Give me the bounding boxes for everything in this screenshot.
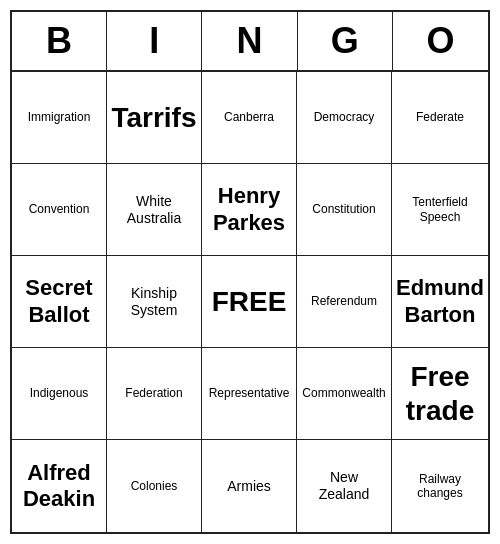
bingo-cell: Railwaychanges: [392, 440, 488, 532]
bingo-card: BINGO ImmigrationTarrifsCanberraDemocrac…: [10, 10, 490, 534]
bingo-cell: Immigration: [12, 72, 107, 164]
bingo-cell: Constitution: [297, 164, 392, 256]
bingo-cell: Freetrade: [392, 348, 488, 440]
header-letter: O: [393, 12, 488, 70]
bingo-cell: Convention: [12, 164, 107, 256]
bingo-cell: Tarrifs: [107, 72, 202, 164]
header-letter: I: [107, 12, 202, 70]
cell-text: AlfredDeakin: [23, 460, 95, 513]
cell-text: Commonwealth: [302, 386, 385, 400]
bingo-cell: Commonwealth: [297, 348, 392, 440]
cell-text: KinshipSystem: [131, 285, 178, 319]
bingo-cell: AlfredDeakin: [12, 440, 107, 532]
cell-text: Colonies: [131, 479, 178, 493]
bingo-cell: Armies: [202, 440, 297, 532]
bingo-cell: Canberra: [202, 72, 297, 164]
bingo-cell: WhiteAustralia: [107, 164, 202, 256]
cell-text: Armies: [227, 478, 271, 495]
cell-text: Constitution: [312, 202, 375, 216]
cell-text: Democracy: [314, 110, 375, 124]
bingo-cell: FREE: [202, 256, 297, 348]
bingo-cell: Federate: [392, 72, 488, 164]
cell-text: Convention: [29, 202, 90, 216]
bingo-cell: Representative: [202, 348, 297, 440]
cell-text: SecretBallot: [25, 275, 92, 328]
bingo-grid: ImmigrationTarrifsCanberraDemocracyFeder…: [12, 72, 488, 532]
cell-text: TenterfieldSpeech: [412, 195, 467, 224]
bingo-cell: Referendum: [297, 256, 392, 348]
cell-text: Immigration: [28, 110, 91, 124]
cell-text: HenryParkes: [213, 183, 285, 236]
header-letter: G: [298, 12, 393, 70]
cell-text: EdmundBarton: [396, 275, 484, 328]
header-letter: B: [12, 12, 107, 70]
cell-text: WhiteAustralia: [127, 193, 181, 227]
bingo-cell: SecretBallot: [12, 256, 107, 348]
cell-text: Representative: [209, 386, 290, 400]
cell-text: Federate: [416, 110, 464, 124]
bingo-cell: TenterfieldSpeech: [392, 164, 488, 256]
cell-text: Federation: [125, 386, 182, 400]
cell-text: NewZealand: [319, 469, 370, 503]
bingo-cell: EdmundBarton: [392, 256, 488, 348]
bingo-cell: Democracy: [297, 72, 392, 164]
header-letter: N: [202, 12, 297, 70]
bingo-header: BINGO: [12, 12, 488, 72]
bingo-cell: Colonies: [107, 440, 202, 532]
bingo-cell: NewZealand: [297, 440, 392, 532]
cell-text: Canberra: [224, 110, 274, 124]
cell-text: FREE: [212, 285, 287, 319]
cell-text: Indigenous: [30, 386, 89, 400]
bingo-cell: KinshipSystem: [107, 256, 202, 348]
bingo-cell: HenryParkes: [202, 164, 297, 256]
cell-text: Railwaychanges: [417, 472, 462, 501]
cell-text: Freetrade: [406, 360, 474, 427]
cell-text: Referendum: [311, 294, 377, 308]
bingo-cell: Federation: [107, 348, 202, 440]
cell-text: Tarrifs: [111, 101, 196, 135]
bingo-cell: Indigenous: [12, 348, 107, 440]
